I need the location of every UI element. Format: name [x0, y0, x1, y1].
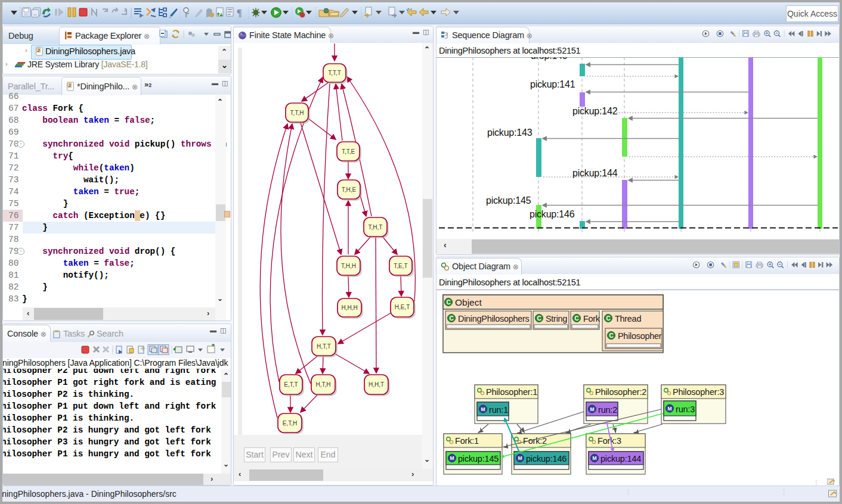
svg-text:C: C	[609, 332, 613, 339]
svg-text:T,H,E: T,H,E	[342, 186, 357, 193]
svg-text:E,T,T: E,T,T	[284, 381, 298, 388]
svg-text:T,T,H: T,T,H	[290, 110, 304, 116]
svg-text:Philosopher: Philosopher	[618, 331, 662, 341]
svg-text:M: M	[667, 406, 671, 412]
svg-text:M: M	[590, 406, 594, 412]
svg-text:pickup:143: pickup:143	[487, 127, 533, 138]
svg-text:H,H,T: H,H,T	[369, 381, 384, 388]
svg-text:Philosopher:3: Philosopher:3	[673, 387, 724, 397]
svg-text:T,H,T: T,H,T	[369, 224, 383, 231]
svg-text:drop:140: drop:140	[531, 57, 568, 61]
svg-text:T,T,T: T,T,T	[328, 70, 341, 76]
svg-text:pickup:144: pickup:144	[572, 168, 618, 178]
svg-text:H,T,T: H,T,T	[317, 343, 331, 350]
svg-text:C: C	[449, 315, 453, 322]
svg-text:String: String	[546, 314, 567, 323]
svg-text:¶: ¶	[237, 8, 242, 18]
svg-text:M: M	[518, 455, 522, 461]
svg-text:C: C	[574, 315, 578, 322]
svg-text:H,T,H: H,T,H	[316, 381, 331, 388]
svg-text:pickup:141: pickup:141	[530, 79, 575, 89]
svg-text:M: M	[481, 406, 485, 412]
svg-text:M: M	[592, 455, 596, 461]
svg-text:Philosopher:2: Philosopher:2	[595, 387, 646, 397]
svg-text:J: J	[38, 48, 40, 52]
svg-text:J: J	[69, 83, 71, 88]
svg-text:T,E,T: T,E,T	[394, 263, 407, 269]
svg-text:C: C	[537, 315, 541, 322]
svg-text:Philosopher:1: Philosopher:1	[486, 387, 537, 397]
svg-text:M: M	[450, 455, 454, 461]
svg-text:Object: Object	[455, 297, 482, 307]
svg-text:DiningPhilosophers: DiningPhilosophers	[458, 314, 530, 323]
svg-text:E,T,H: E,T,H	[283, 420, 297, 427]
svg-text:H,E,T: H,E,T	[395, 304, 410, 310]
svg-text:C: C	[606, 315, 610, 322]
svg-text:run:1: run:1	[489, 405, 508, 415]
svg-text:Thread: Thread	[615, 314, 641, 323]
svg-text:T,H,H: T,H,H	[341, 263, 356, 269]
svg-text:pickup:146: pickup:146	[530, 209, 575, 219]
svg-text:C: C	[446, 299, 450, 306]
svg-text:T,T,E: T,T,E	[342, 148, 355, 155]
svg-text:run:3: run:3	[676, 405, 695, 414]
svg-text:pickup:146: pickup:146	[526, 454, 567, 463]
svg-text:pickup:144: pickup:144	[600, 454, 641, 463]
svg-text:Fork: Fork	[583, 314, 600, 323]
svg-text:pickup:142: pickup:142	[572, 106, 618, 116]
svg-text:Fork:1: Fork:1	[455, 436, 479, 446]
svg-text:pickup:145: pickup:145	[486, 195, 531, 206]
svg-text:run:2: run:2	[598, 405, 617, 415]
svg-text:pickup:145: pickup:145	[458, 454, 499, 463]
svg-text:Fork:3: Fork:3	[598, 436, 621, 446]
svg-text:H,H,H: H,H,H	[341, 304, 357, 311]
